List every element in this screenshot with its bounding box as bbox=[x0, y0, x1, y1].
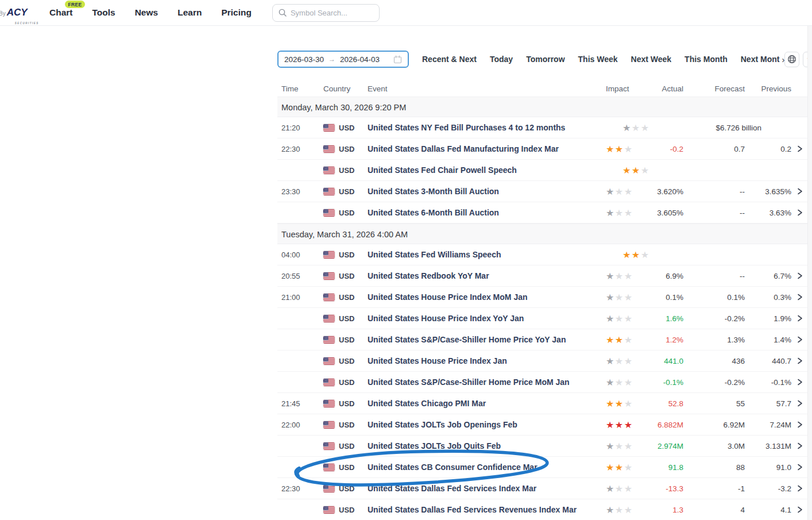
event-name[interactable]: United States House Price Index Jan bbox=[368, 356, 606, 365]
event-name[interactable]: United States Chicago PMI Mar bbox=[368, 399, 606, 408]
us-flag-icon bbox=[323, 464, 335, 471]
table-row[interactable]: 04:00 USD United States Fed William bbox=[277, 244, 808, 265]
row-expand-chevron[interactable] bbox=[791, 463, 808, 471]
actual-value: -0.2 bbox=[640, 145, 683, 153]
impact-stars: ★★★ bbox=[622, 122, 657, 133]
us-flag-icon bbox=[323, 506, 335, 514]
us-flag-icon bbox=[323, 400, 335, 407]
previous-value: 3.131M bbox=[745, 442, 791, 450]
table-row[interactable]: 22:30 USD United States Dallas Fed bbox=[277, 138, 808, 160]
row-expand-chevron[interactable] bbox=[791, 378, 808, 386]
table-row[interactable]: USD United States CB Consumer Confidence… bbox=[277, 457, 808, 478]
event-name[interactable]: United States Dallas Fed Manufacturing I… bbox=[368, 144, 606, 153]
nav-item-chart[interactable]: Chart FREE bbox=[49, 7, 72, 18]
row-expand-chevron[interactable] bbox=[791, 209, 808, 217]
logo-sub-text: SECURITIES bbox=[15, 22, 39, 25]
event-time: 22:30 bbox=[277, 145, 323, 153]
table-row[interactable]: 22:30 USD United States Dallas Fed bbox=[277, 478, 808, 499]
event-name[interactable]: United States JOLTs Job Openings Feb bbox=[368, 420, 606, 429]
filter-next-week[interactable]: Next Week bbox=[631, 55, 672, 64]
table-row[interactable]: USD United States House Price Index YoY … bbox=[277, 308, 808, 329]
event-name[interactable]: United States 6-Month Bill Auction bbox=[368, 208, 606, 217]
event-name[interactable]: United States NY Fed Bill Purchases 4 to… bbox=[368, 123, 622, 132]
actual-value: 6.9% bbox=[640, 272, 683, 280]
previous-value: 3.635% bbox=[745, 187, 791, 196]
country-cell: USD bbox=[323, 336, 368, 344]
event-name[interactable]: United States House Price Index YoY Jan bbox=[368, 314, 606, 323]
table-row[interactable]: 20:55 USD United States Redbook YoY bbox=[277, 265, 808, 287]
table-row[interactable]: USD United States JOLTs Job Quits Feb ★★… bbox=[277, 436, 808, 457]
event-name[interactable]: United States 3-Month Bill Auction bbox=[368, 187, 606, 196]
table-row[interactable]: USD United States Dallas Fed Services Re… bbox=[277, 499, 808, 520]
event-name[interactable]: United States S&P/Case-Shiller Home Pric… bbox=[368, 335, 606, 344]
country-cell: USD bbox=[323, 421, 368, 429]
event-name[interactable]: United States House Price Index MoM Jan bbox=[368, 292, 606, 302]
row-expand-chevron[interactable] bbox=[791, 314, 808, 322]
acy-logo[interactable]: By ACY SECURITIES bbox=[0, 7, 40, 18]
currency-label: USD bbox=[339, 484, 354, 493]
filter-this-week[interactable]: This Week bbox=[578, 55, 618, 64]
actual-value: 3.605% bbox=[640, 209, 683, 217]
row-expand-chevron[interactable] bbox=[791, 272, 808, 280]
forecast-value: -- bbox=[683, 209, 745, 217]
row-expand-chevron[interactable] bbox=[791, 293, 808, 301]
calendar-filter-bar: 2026-03-30 → 2026-04-03 Recent & Next To… bbox=[277, 51, 808, 68]
table-row[interactable]: 23:30 USD United States 3-Month Bil bbox=[277, 181, 808, 202]
filter-this-month[interactable]: This Month bbox=[685, 55, 728, 64]
table-row[interactable]: USD United States Fed Chair Powell Speec… bbox=[277, 160, 808, 181]
nav-item-learn[interactable]: Learn bbox=[177, 7, 202, 18]
row-expand-chevron[interactable] bbox=[791, 442, 808, 450]
impact-stars: ★★★ bbox=[606, 207, 640, 218]
table-row[interactable]: USD United States 6-Month Bill Auction ★… bbox=[277, 202, 808, 224]
symbol-search-box[interactable] bbox=[272, 4, 380, 22]
table-row[interactable]: 21:00 USD United States House Price bbox=[277, 287, 808, 308]
event-name[interactable]: United States CB Consumer Confidence Mar bbox=[368, 463, 606, 472]
event-name[interactable]: United States Fed Chair Powell Speech bbox=[368, 165, 622, 175]
row-expand-chevron[interactable] bbox=[791, 357, 808, 365]
date-from-value[interactable]: 2026-03-30 bbox=[284, 55, 324, 64]
currency-label: USD bbox=[339, 357, 354, 365]
vertical-scrollbar[interactable] bbox=[807, 26, 812, 520]
table-row[interactable]: USD United States House Price Index Jan … bbox=[277, 350, 808, 372]
event-name[interactable]: United States JOLTs Job Quits Feb bbox=[368, 441, 606, 450]
nav-item-tools[interactable]: Tools bbox=[92, 7, 115, 18]
table-row[interactable]: 21:45 USD United States Chicago PMI bbox=[277, 393, 808, 414]
previous-value: 1.9% bbox=[745, 314, 791, 323]
row-expand-chevron[interactable] bbox=[791, 145, 808, 153]
date-range-picker[interactable]: 2026-03-30 → 2026-04-03 bbox=[277, 51, 409, 68]
filter-next-month[interactable]: Next Mont › bbox=[741, 55, 785, 64]
forecast-value: -0.2% bbox=[683, 378, 745, 387]
table-row[interactable]: 21:20 USD United States NY Fed Bill bbox=[277, 117, 808, 138]
event-name[interactable]: United States S&P/Case-Shiller Home Pric… bbox=[368, 378, 606, 387]
row-expand-chevron[interactable] bbox=[791, 421, 808, 429]
row-expand-chevron[interactable] bbox=[791, 506, 808, 514]
event-name[interactable]: United States Dallas Fed Services Revenu… bbox=[368, 505, 606, 514]
filter-tomorrow[interactable]: Tomorrow bbox=[526, 55, 564, 64]
table-row[interactable]: USD United States S&P/Case-Shiller Home … bbox=[277, 372, 808, 393]
filter-today[interactable]: Today bbox=[490, 55, 513, 64]
date-range-arrow-icon: → bbox=[328, 55, 335, 63]
table-row[interactable]: USD United States S&P/Case-Shiller Home … bbox=[277, 329, 808, 350]
filter-recent-next[interactable]: Recent & Next bbox=[422, 55, 477, 64]
previous-value: -3.2 bbox=[745, 484, 791, 493]
event-name[interactable]: United States Redbook YoY Mar bbox=[368, 271, 606, 280]
nav-item-pricing[interactable]: Pricing bbox=[221, 7, 252, 18]
forecast-value: -- bbox=[683, 187, 745, 196]
nav-item-news[interactable]: News bbox=[135, 7, 158, 18]
event-name[interactable]: United States Fed Williams Speech bbox=[368, 250, 622, 259]
table-row[interactable]: 22:00 USD United States JOLTs Job O bbox=[277, 414, 808, 436]
row-expand-chevron[interactable] bbox=[791, 399, 808, 407]
country-cell: USD bbox=[323, 272, 368, 280]
row-expand-chevron[interactable] bbox=[791, 336, 808, 344]
country-cell: USD bbox=[323, 124, 368, 132]
date-to-value[interactable]: 2026-04-03 bbox=[340, 55, 380, 64]
symbol-search-input[interactable] bbox=[291, 9, 365, 17]
row-expand-chevron[interactable] bbox=[791, 484, 808, 492]
event-name[interactable]: United States Dallas Fed Services Index … bbox=[368, 484, 606, 493]
row-expand-chevron[interactable] bbox=[791, 187, 808, 195]
us-flag-icon bbox=[323, 272, 335, 280]
table-header-row: Time Country Event Impact Actual Forecas… bbox=[277, 80, 808, 97]
timezone-globe-button[interactable] bbox=[784, 52, 799, 67]
logo-by-text: By bbox=[0, 10, 6, 17]
event-time: 04:00 bbox=[277, 251, 323, 259]
